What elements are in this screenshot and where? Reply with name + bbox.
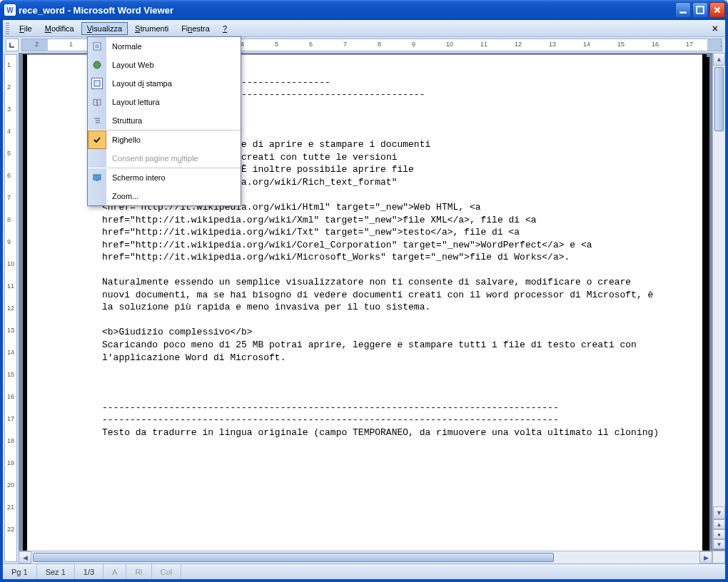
status-col: Col <box>152 564 182 579</box>
status-page: Pg 1 <box>3 564 37 579</box>
book-icon <box>91 96 103 108</box>
status-line: Ri <box>126 564 151 579</box>
scroll-right-button[interactable]: ▶ <box>699 551 712 563</box>
page-icon <box>91 78 103 89</box>
ruler-margin-right <box>707 39 722 51</box>
doc-icon <box>91 41 103 52</box>
menu-item-schermo-intero[interactable]: Schermo intero <box>88 168 241 187</box>
vertical-scrollbar[interactable]: ▲ ▼ ▲ ● ▼ <box>712 53 725 549</box>
close-button[interactable] <box>709 2 725 18</box>
menu-item-layout-lettura[interactable]: Layout lettura <box>88 93 241 111</box>
menu-modifica[interactable]: Modifica <box>39 22 80 35</box>
hscroll-thumb[interactable] <box>33 553 554 562</box>
menu-item-layout-web[interactable]: Layout Web <box>88 56 241 74</box>
menu-file[interactable]: File <box>14 22 38 35</box>
svg-rect-7 <box>94 81 100 86</box>
screen-icon <box>91 172 103 183</box>
menu-item-pagine-multiple: Consenti pagine multiple <box>88 149 241 168</box>
menu-help[interactable]: ? <box>217 22 233 35</box>
visualizza-dropdown: Normale Layout Web Layout di stampa Layo… <box>87 36 241 206</box>
minimize-button[interactable] <box>675 2 691 18</box>
menu-bar: File Modifica Visualizza Strumenti Fines… <box>3 20 725 37</box>
status-page-count: 1/3 <box>75 564 103 579</box>
svg-rect-0 <box>679 11 687 13</box>
vscroll-thumb[interactable] <box>714 67 724 131</box>
menu-strumenti[interactable]: Strumenti <box>129 22 174 35</box>
close-pane-button[interactable]: × <box>708 23 722 34</box>
menu-item-righello[interactable]: Righello <box>88 131 241 149</box>
scroll-up-button[interactable]: ▲ <box>713 53 725 66</box>
vertical-ruler[interactable]: 12345678910111213141516171819202122 <box>3 53 19 563</box>
globe-icon <box>91 59 103 71</box>
menu-item-struttura[interactable]: Struttura <box>88 111 241 130</box>
outline-icon <box>91 115 103 126</box>
toolbar-grip[interactable] <box>6 23 9 34</box>
svg-point-6 <box>93 61 101 68</box>
scroll-down-button[interactable]: ▼ <box>713 506 725 519</box>
next-page-button[interactable]: ▼ <box>713 539 725 549</box>
svg-rect-11 <box>93 175 101 180</box>
menu-item-layout-stampa[interactable]: Layout di stampa <box>88 74 241 93</box>
status-at: A <box>103 564 126 579</box>
status-bar: Pg 1 Sez 1 1/3 A Ri Col <box>3 563 725 579</box>
maximize-button[interactable] <box>692 2 708 18</box>
window-title: rece_word - Microsoft Word Viewer <box>19 5 675 16</box>
window-frame: File Modifica Visualizza Strumenti Fines… <box>0 20 728 582</box>
app-icon: W <box>4 4 16 16</box>
scroll-corner <box>712 551 725 563</box>
prev-page-button[interactable]: ▲ <box>713 519 725 529</box>
menu-visualizza[interactable]: Visualizza <box>81 22 128 35</box>
menu-item-normale[interactable]: Normale <box>88 37 241 56</box>
status-section: Sez 1 <box>37 564 75 579</box>
svg-rect-1 <box>697 6 704 14</box>
tab-stop-button[interactable] <box>6 39 19 51</box>
title-bar: W rece_word - Microsoft Word Viewer <box>0 0 728 20</box>
horizontal-scrollbar[interactable]: ◀ ▶ <box>19 551 712 563</box>
menu-item-zoom[interactable]: Zoom... <box>88 187 241 205</box>
menu-finestra[interactable]: Finestra <box>176 22 216 35</box>
check-icon <box>91 134 103 146</box>
svg-rect-12 <box>96 180 98 181</box>
browse-object-button[interactable]: ● <box>713 529 725 539</box>
scroll-left-button[interactable]: ◀ <box>19 551 31 563</box>
window-controls <box>675 2 725 18</box>
